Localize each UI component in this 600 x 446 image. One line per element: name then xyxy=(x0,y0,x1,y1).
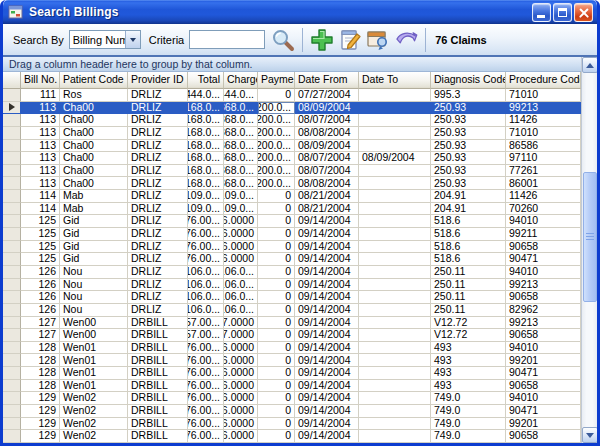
cell-diagnosis[interactable]: 749.0 xyxy=(431,430,506,443)
row-selector-cell[interactable] xyxy=(3,304,21,317)
cell-total[interactable]: 57.00... xyxy=(188,317,224,330)
cell-date_from[interactable]: 09/14/2004 xyxy=(295,228,359,241)
table-row[interactable]: 129Wen02DRBILL76.00...76.0000009/14/2004… xyxy=(3,418,581,431)
cell-charges[interactable]: 76.0000 xyxy=(224,215,258,228)
cell-procedure[interactable]: 90471 xyxy=(506,367,581,380)
cell-procedure[interactable]: 99213 xyxy=(506,317,581,330)
cell-diagnosis[interactable]: 518.6 xyxy=(431,228,506,241)
cell-date_from[interactable]: 08/07/2004 xyxy=(295,114,359,127)
cell-payment[interactable]: 0 xyxy=(258,392,295,405)
row-selector-cell[interactable] xyxy=(3,140,21,153)
cell-provider[interactable]: DRLIZ xyxy=(128,89,188,102)
cell-diagnosis[interactable]: V12.72 xyxy=(431,329,506,342)
cell-provider[interactable]: DRBILL xyxy=(128,392,188,405)
row-selector-cell[interactable] xyxy=(3,367,21,380)
cell-patient[interactable]: Cha00 xyxy=(60,152,128,165)
cell-procedure[interactable]: 99201 xyxy=(506,354,581,367)
close-button[interactable] xyxy=(574,3,593,22)
cell-date_from[interactable]: 09/14/2004 xyxy=(295,279,359,292)
cell-date_to[interactable] xyxy=(359,329,431,342)
cell-diagnosis[interactable]: 250.11 xyxy=(431,304,506,317)
maximize-button[interactable] xyxy=(553,3,572,22)
cell-provider[interactable]: DRLIZ xyxy=(128,215,188,228)
cell-date_to[interactable] xyxy=(359,228,431,241)
cell-payment[interactable]: 200.0... xyxy=(258,127,295,140)
cell-payment[interactable]: 0 xyxy=(258,430,295,443)
cell-bill[interactable]: 125 xyxy=(21,215,60,228)
table-row[interactable]: 126NouDRLIZ106.0...106.0...009/14/200425… xyxy=(3,304,581,317)
cell-total[interactable]: 76.00... xyxy=(188,228,224,241)
cell-total[interactable]: 76.00... xyxy=(188,342,224,355)
cell-date_from[interactable]: 09/14/2004 xyxy=(295,405,359,418)
cell-date_from[interactable]: 08/09/2004 xyxy=(295,140,359,153)
titlebar[interactable]: Search Billings xyxy=(3,0,597,24)
row-selector-cell[interactable] xyxy=(3,392,21,405)
cell-payment[interactable]: 0 xyxy=(258,329,295,342)
cell-date_to[interactable] xyxy=(359,165,431,178)
row-selector-cell[interactable] xyxy=(3,228,21,241)
row-selector-cell[interactable] xyxy=(3,215,21,228)
cell-date_from[interactable]: 09/14/2004 xyxy=(295,329,359,342)
table-row[interactable]: 113Cha00DRLIZ168.0...368.0...200.0...08/… xyxy=(3,152,581,165)
view-claim-icon[interactable] xyxy=(366,28,390,52)
cell-payment[interactable]: 200.0... xyxy=(258,177,295,190)
cell-charges[interactable]: 368.0... xyxy=(224,127,258,140)
cell-bill[interactable]: 113 xyxy=(21,102,60,115)
cell-date_to[interactable] xyxy=(359,89,431,102)
table-row[interactable]: 125GidDRLIZ76.00...76.0000009/14/2004518… xyxy=(3,253,581,266)
cell-bill[interactable]: 113 xyxy=(21,152,60,165)
cell-diagnosis[interactable]: 250.11 xyxy=(431,291,506,304)
cell-provider[interactable]: DRLIZ xyxy=(128,177,188,190)
cell-charges[interactable]: 368.0... xyxy=(224,165,258,178)
cell-provider[interactable]: DRLIZ xyxy=(128,279,188,292)
table-row[interactable]: 126NouDRLIZ106.0...106.0...009/14/200425… xyxy=(3,279,581,292)
row-selector-cell[interactable] xyxy=(3,241,21,254)
cell-procedure[interactable]: 90658 xyxy=(506,380,581,393)
cell-date_to[interactable] xyxy=(359,102,431,115)
table-row[interactable]: 128Wen01DRBILL76.00...76.0000009/14/2004… xyxy=(3,380,581,393)
cell-provider[interactable]: DRLIZ xyxy=(128,152,188,165)
cell-charges[interactable]: 76.0000 xyxy=(224,354,258,367)
cell-total[interactable]: 57.00... xyxy=(188,329,224,342)
cell-diagnosis[interactable]: 749.0 xyxy=(431,418,506,431)
cell-diagnosis[interactable]: 250.93 xyxy=(431,127,506,140)
cell-bill[interactable]: 128 xyxy=(21,342,60,355)
cell-bill[interactable]: 113 xyxy=(21,140,60,153)
cell-date_from[interactable]: 09/14/2004 xyxy=(295,253,359,266)
column-header-total[interactable]: Total xyxy=(188,72,224,89)
cell-payment[interactable]: 200.0... xyxy=(258,114,295,127)
cell-payment[interactable]: 0 xyxy=(258,367,295,380)
cell-payment[interactable]: 0 xyxy=(258,228,295,241)
cell-total[interactable]: 168.0... xyxy=(188,114,224,127)
cell-charges[interactable]: 76.0000 xyxy=(224,418,258,431)
cell-date_to[interactable] xyxy=(359,342,431,355)
cell-patient[interactable]: Ros xyxy=(60,89,128,102)
cell-bill[interactable]: 113 xyxy=(21,165,60,178)
cell-date_to[interactable] xyxy=(359,354,431,367)
cell-total[interactable]: 168.0... xyxy=(188,177,224,190)
cell-total[interactable]: 76.00... xyxy=(188,380,224,393)
cell-charges[interactable]: 106.0... xyxy=(224,279,258,292)
cell-procedure[interactable]: 90471 xyxy=(506,405,581,418)
cell-payment[interactable]: 0 xyxy=(258,203,295,216)
cell-payment[interactable]: 200.0... xyxy=(258,140,295,153)
row-selector-cell[interactable] xyxy=(3,177,21,190)
cell-charges[interactable]: 76.0000 xyxy=(224,241,258,254)
cell-procedure[interactable]: 90658 xyxy=(506,329,581,342)
scroll-up-button[interactable] xyxy=(582,57,598,73)
cell-date_to[interactable] xyxy=(359,140,431,153)
cell-date_from[interactable]: 08/21/2004 xyxy=(295,190,359,203)
table-row[interactable]: 129Wen02DRBILL76.00...76.0000009/14/2004… xyxy=(3,430,581,443)
cell-diagnosis[interactable]: 493 xyxy=(431,354,506,367)
cell-diagnosis[interactable]: 204.91 xyxy=(431,190,506,203)
cell-patient[interactable]: Cha00 xyxy=(60,140,128,153)
cell-procedure[interactable]: 94010 xyxy=(506,266,581,279)
cell-provider[interactable]: DRLIZ xyxy=(128,304,188,317)
row-selector-cell[interactable] xyxy=(3,190,21,203)
cell-diagnosis[interactable]: 518.6 xyxy=(431,215,506,228)
cell-patient[interactable]: Wen02 xyxy=(60,392,128,405)
cell-patient[interactable]: Mab xyxy=(60,203,128,216)
cell-diagnosis[interactable]: 493 xyxy=(431,342,506,355)
cell-charges[interactable]: 76.0000 xyxy=(224,430,258,443)
cell-provider[interactable]: DRLIZ xyxy=(128,114,188,127)
